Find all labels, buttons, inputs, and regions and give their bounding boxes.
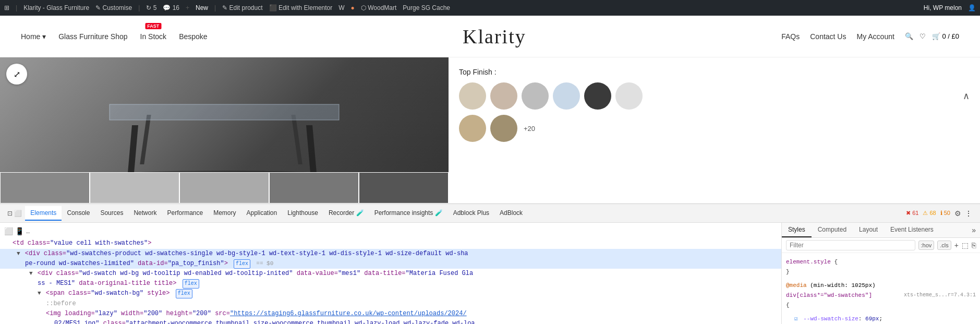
devtools-settings-icon[interactable]: ⚙: [954, 209, 961, 218]
tab-styles[interactable]: Styles: [782, 223, 812, 237]
updates-link[interactable]: ↻ 5: [146, 4, 156, 11]
woodmart-link[interactable]: ⬡ WoodMart: [361, 4, 396, 11]
wp-logo-icon[interactable]: ⊞: [4, 4, 9, 11]
devtools-body: ⬜ 📱 … <td class="value cell with-swatche…: [0, 223, 980, 324]
tab-lighthouse[interactable]: Lighthouse: [282, 206, 323, 221]
tab-console[interactable]: Console: [62, 206, 95, 221]
swatch-silver[interactable]: [615, 82, 643, 110]
user-greeting: Hi, WP melon: [924, 4, 962, 11]
wishlist-icon[interactable]: ♡: [919, 32, 926, 40]
tab-sources[interactable]: Sources: [95, 206, 128, 221]
collapse-swatches-button[interactable]: ∧: [963, 90, 970, 102]
svg-rect-2: [140, 115, 151, 164]
edit-product-link[interactable]: ✎ Edit product: [222, 4, 262, 11]
swatch-black[interactable]: [584, 82, 611, 110]
tab-performance-insights[interactable]: Performance insights 🧪: [369, 206, 448, 221]
tab-memory[interactable]: Memory: [208, 206, 241, 221]
tab-computed[interactable]: Computed: [812, 223, 853, 237]
devtools-more-icon[interactable]: ⋮: [965, 210, 972, 217]
select-element-icon[interactable]: ⬜: [4, 226, 13, 237]
device-toggle-icon[interactable]: 📱: [15, 226, 24, 237]
thumbnail[interactable]: [179, 172, 269, 203]
dom-line: ▼ <div class="wd-swatch wd-bg wd-tooltip…: [4, 269, 777, 279]
tab-recorder[interactable]: Recorder 🧪: [323, 206, 369, 221]
swatches-row-1: ∧: [459, 82, 970, 110]
css-rule-swatch-size: ☑ --wd-swatch-size: 69px;: [786, 314, 976, 324]
nav-icons: 🔍 ♡ 🛒 0 / £0: [905, 32, 959, 40]
svg-rect-1: [306, 125, 317, 172]
tab-adblock[interactable]: AdBlock: [494, 206, 528, 221]
dom-line-selected-cont: pe-round wd-swatches-limited" data-id="p…: [0, 259, 781, 269]
nav-home[interactable]: Home ▾: [21, 32, 46, 41]
swatch-gold[interactable]: [459, 115, 486, 142]
elementor-link[interactable]: ⬛ Edit with Elementor: [269, 4, 333, 11]
thumbnail[interactable]: [90, 172, 179, 203]
copy-styles-icon[interactable]: ⎘: [972, 241, 976, 249]
dom-line: ▼ <span class="wd-swatch-bg" style> flex: [4, 289, 777, 298]
dom-line-selected[interactable]: ▼ <div class="wd-swatches-product wd-swa…: [0, 249, 781, 259]
dom-line: ss - MES1" data-original-title title> fl…: [4, 279, 777, 289]
dom-line: ::before: [4, 299, 777, 309]
svg-rect-0: [128, 125, 138, 172]
purge-cache-link[interactable]: Purge SG Cache: [403, 4, 450, 11]
nav-in-stock[interactable]: FAST In Stock: [140, 32, 167, 41]
tab-application[interactable]: Application: [241, 206, 283, 221]
thumbnail[interactable]: [269, 172, 359, 203]
thumbnail[interactable]: [0, 172, 90, 203]
dom-line: 02/MES1.jpg" class="attachment-woocommer…: [4, 319, 777, 324]
nav-faqs[interactable]: FAQs: [781, 32, 800, 41]
tab-adblock-plus[interactable]: Adblock Plus: [448, 206, 494, 221]
swatch-lightblue[interactable]: [553, 82, 580, 110]
admin-bar: ⊞ | Klarity - Glass Furniture ✎ Customis…: [0, 0, 980, 16]
top-finish-label: Top Finish :: [459, 68, 970, 76]
dom-line: <td class="value cell with-swatches">: [4, 238, 777, 248]
tab-network[interactable]: Network: [128, 206, 162, 221]
swatches-row-2: +20: [459, 115, 970, 142]
svg-rect-4: [110, 104, 339, 120]
nav-left: Home ▾ Glass Furniture Shop FAST In Stoc…: [21, 32, 208, 41]
fast-badge: FAST: [145, 23, 161, 29]
swatch-cream[interactable]: [459, 82, 486, 110]
product-options: Top Finish : ∧ +20: [449, 57, 980, 203]
thumbnail-strip: [0, 172, 449, 203]
css-rule-element-style: element.style { }: [786, 257, 976, 277]
zoom-button[interactable]: ⤢: [6, 64, 27, 85]
swatch-grey[interactable]: [522, 82, 549, 110]
class-toggle[interactable]: .cls: [937, 241, 951, 250]
tab-performance[interactable]: Performance: [162, 206, 208, 221]
tab-layout[interactable]: Layout: [853, 223, 884, 237]
css-rule-media: @media (min-width: 1025px) div[class*="w…: [786, 281, 976, 310]
add-style-button[interactable]: +: [954, 241, 959, 249]
new-link[interactable]: New: [196, 4, 208, 11]
swatch-bronze[interactable]: [490, 115, 517, 142]
site-header: Home ▾ Glass Furniture Shop FAST In Stoc…: [0, 16, 980, 57]
devtools-tabs: ⊡ ⬜ Elements Console Sources Network Per…: [0, 204, 980, 223]
dom-line: <img loading="lazy" width="200" height="…: [4, 309, 777, 319]
product-image-area: ⤢: [0, 57, 449, 203]
customise-link[interactable]: ✎ Customise: [95, 4, 132, 11]
hover-toggle[interactable]: :hov: [918, 241, 935, 250]
nav-glass-furniture[interactable]: Glass Furniture Shop: [58, 32, 127, 41]
cart-icon[interactable]: 🛒 0 / £0: [932, 32, 959, 40]
more-swatches-label[interactable]: +20: [524, 125, 535, 133]
error-count: ✖ 61: [906, 210, 918, 217]
site-title[interactable]: Klarity - Glass Furniture: [23, 4, 89, 11]
styles-panel-tabs: Styles Computed Layout Event Listeners »: [782, 223, 980, 238]
dom-panel[interactable]: ⬜ 📱 … <td class="value cell with-swatche…: [0, 223, 782, 324]
swatch-taupe[interactable]: [490, 82, 517, 110]
nav-bespoke[interactable]: Bespoke: [179, 32, 207, 41]
nav-right: FAQs Contact Us My Account 🔍 ♡ 🛒 0 / £0: [781, 32, 959, 41]
tab-event-listeners[interactable]: Event Listeners: [884, 223, 940, 237]
thumbnail[interactable]: [359, 172, 449, 203]
styles-filter-input[interactable]: [786, 240, 915, 250]
styles-toolbar: :hov .cls + ⬚ ⎘: [782, 238, 980, 253]
devtools-panel-toggle[interactable]: ⊡ ⬜: [4, 210, 25, 217]
main-content: ⤢ Top Finish :: [0, 57, 980, 203]
nav-account[interactable]: My Account: [856, 32, 894, 41]
layout-icon[interactable]: ⬚: [962, 241, 969, 249]
search-icon[interactable]: 🔍: [905, 32, 913, 40]
nav-contact[interactable]: Contact Us: [810, 32, 846, 41]
tab-elements[interactable]: Elements: [25, 206, 62, 221]
comments-link[interactable]: 💬 16: [163, 4, 179, 11]
more-tabs-button[interactable]: »: [967, 223, 980, 237]
